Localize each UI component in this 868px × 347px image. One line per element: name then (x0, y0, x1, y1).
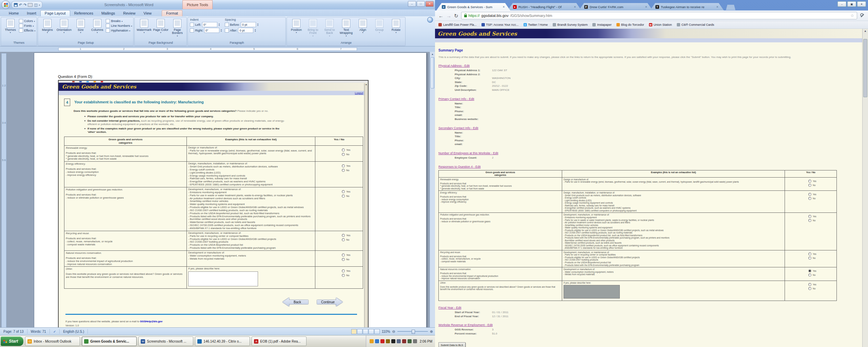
print-layout-view-icon[interactable] (351, 329, 357, 334)
yes-radio[interactable] (342, 234, 345, 237)
browser-no-option-5[interactable]: No (808, 287, 815, 290)
taskbar-item-screenshots-microsoft-[interactable]: WScreenshots - Microsoft ... (138, 336, 193, 346)
bookmark-citi-commercial-cards[interactable]: Citi® Commercial Cards (677, 23, 714, 26)
indent-left-spinner[interactable]: ▲▼ (218, 23, 220, 26)
ribbon-tab-home[interactable]: Home (5, 11, 23, 16)
no-radio[interactable] (808, 257, 811, 260)
edit-link[interactable]: Number of Employees at this Worksite - E… (438, 151, 498, 155)
taskbar-item-eob-1-pdf-adobe-rea-[interactable]: AEOB (1).pdf - Adobe Rea... (252, 336, 307, 346)
display-icon[interactable] (397, 339, 401, 343)
document-page[interactable]: Question 4 (Form D): Green Goods and Ser… (34, 53, 427, 327)
indent-right-spinner[interactable]: ▲▼ (220, 29, 222, 32)
submit-button[interactable]: Submit Data to BLS (438, 342, 466, 347)
ribbon-tab-references[interactable]: References (70, 11, 97, 16)
yes-radio[interactable] (342, 190, 345, 193)
bookmark-blog-do-torcedor[interactable]: Blog do Torcedor (616, 23, 644, 26)
document-scrollbar[interactable]: ▲ (430, 52, 435, 327)
browser-yes-option-2[interactable]: Yes (808, 215, 816, 218)
no-radio[interactable] (808, 197, 811, 200)
no-radio[interactable] (808, 273, 811, 277)
bookmark-union-station[interactable]: MUnion Station (649, 23, 672, 26)
antivirus-icon[interactable] (380, 339, 384, 343)
browser-no-option-1[interactable]: No (808, 197, 815, 200)
colors-button[interactable]: Colors▾ (19, 19, 35, 23)
reload-icon[interactable]: ↻ (454, 13, 458, 18)
view-mode-buttons[interactable] (351, 329, 380, 334)
spacing-before-spinner[interactable]: ▲▼ (257, 23, 259, 26)
bookmark-brandt-survey-system[interactable]: Brandt Survey System (553, 23, 588, 26)
taskbar-item-green-goods-servic-[interactable]: Green Goods & Servic... (82, 336, 137, 346)
page-borders-button[interactable]: Page Borders▾ (169, 18, 185, 37)
yes-radio[interactable] (342, 253, 345, 257)
minimize-button[interactable]: – (408, 1, 416, 7)
line-numbers-button[interactable]: Line Numbers▾ (106, 24, 132, 28)
picture-tools-tab-group[interactable]: Picture Tools (182, 0, 213, 9)
ribbon-tab-review[interactable]: Review (119, 11, 139, 16)
yes-radio[interactable] (808, 252, 811, 256)
indent-right-input[interactable]: 0" (204, 28, 219, 33)
yes-radio[interactable] (342, 164, 345, 167)
mouse-icon[interactable] (413, 339, 417, 343)
word-no-option-0[interactable]: No (342, 153, 350, 156)
columns-button[interactable]: Columns▾ (89, 18, 105, 34)
yes-radio[interactable] (808, 269, 811, 272)
zoom-slider[interactable] (397, 331, 428, 332)
ribbon-tab-format[interactable]: Format (162, 10, 182, 16)
status-language[interactable]: English (U.S.) (60, 329, 88, 334)
browser-yes-option-1[interactable]: Yes (808, 193, 816, 196)
restore-button[interactable]: □ (417, 1, 425, 7)
continue-button[interactable]: Continue (317, 298, 343, 306)
ribbon-tab-view[interactable]: View (139, 11, 156, 16)
browser-yes-option-3[interactable]: Yes (808, 252, 816, 256)
office-button[interactable] (1, 0, 10, 9)
outlook-reminder-icon[interactable] (370, 339, 374, 343)
scrollbar-thumb[interactable] (431, 57, 434, 88)
position-button[interactable]: Position▾ (288, 18, 304, 34)
web-layout-view-icon[interactable] (363, 329, 368, 334)
yes-radio[interactable] (808, 193, 811, 196)
yes-radio[interactable] (342, 269, 345, 272)
effects-button[interactable]: Effects▾ (19, 28, 35, 33)
browser-yes-option-5[interactable]: Yes (808, 283, 816, 286)
zoom-level[interactable]: 110% (382, 330, 390, 333)
status-words[interactable]: Words: 71 (27, 329, 50, 334)
start-button[interactable]: Start (1, 336, 23, 346)
edit-link[interactable]: Worksite Revenue or Employment - Edit (438, 323, 493, 327)
edit-link[interactable]: Fiscal Year - Edit (438, 306, 461, 309)
no-radio[interactable] (342, 195, 345, 198)
size-button[interactable]: Size▾ (73, 18, 88, 34)
chrome-close-button[interactable]: ✕ (857, 1, 866, 7)
yes-radio[interactable] (342, 148, 345, 151)
word-yes-option-3[interactable]: Yes (342, 234, 350, 237)
word-no-option-2[interactable]: No (342, 195, 350, 198)
save-icon[interactable] (14, 3, 18, 7)
wrench-menu-icon[interactable] (860, 13, 865, 18)
browser-yes-option-4[interactable]: Yes (808, 269, 816, 272)
scroll-up-icon[interactable]: ▲ (430, 52, 435, 57)
word-no-option-1[interactable]: No (342, 169, 350, 172)
browser-other-description-textarea[interactable] (564, 285, 620, 299)
chrome-restore-button[interactable]: ▣ (847, 1, 856, 7)
indent-left-input[interactable]: 0" (202, 22, 217, 27)
word-no-option-5[interactable]: No (342, 274, 350, 277)
no-radio[interactable] (342, 258, 345, 261)
zoom-slider-thumb[interactable] (412, 330, 415, 334)
yes-radio[interactable] (808, 215, 811, 218)
edit-link[interactable]: Responses to Question 4 - Edit (438, 165, 481, 168)
qat-customize-icon[interactable]: ▾ (39, 4, 40, 6)
page-scrollbar-thumb[interactable] (863, 39, 867, 97)
browser-tab-tuskegee-airman-to-receive-re[interactable]: TTuskegee Airman to receive re✕ (650, 3, 724, 11)
redo-icon[interactable]: ↷ (23, 3, 26, 7)
bookmark-tsp-access-your-acc-[interactable]: TSP: Access Your Acc... (481, 23, 519, 26)
undo-icon[interactable]: ↶ (19, 3, 22, 7)
print-preview-icon[interactable]: ◫ (34, 3, 37, 7)
status-page[interactable]: Page: 7 of 13 (0, 329, 27, 334)
new-tab-button[interactable] (726, 5, 735, 10)
bookmark-landfill-gas-power-pla-[interactable]: Landfill Gas Power Pla... (438, 23, 477, 26)
yes-radio[interactable] (808, 180, 811, 183)
browser-no-option-4[interactable]: No (808, 273, 815, 277)
close-button[interactable]: ✕ (426, 1, 434, 7)
word-yes-option-1[interactable]: Yes (342, 164, 350, 167)
word-yes-option-2[interactable]: Yes (342, 190, 350, 193)
align-button[interactable]: Align▾ (355, 18, 371, 34)
